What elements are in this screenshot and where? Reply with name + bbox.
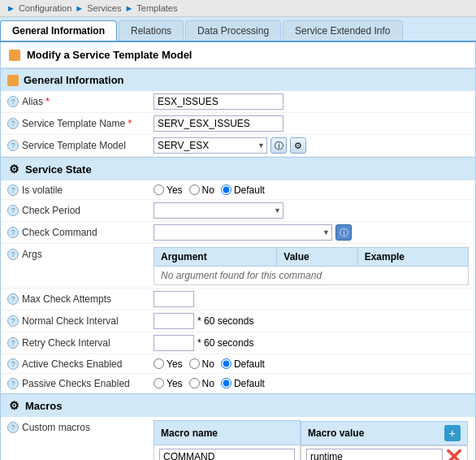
iv-no-option[interactable]: No [189,184,214,196]
pce-no-radio[interactable] [189,378,200,388]
iv-yes-option[interactable]: Yes [154,184,183,196]
custom-macros-row: ? Custom macros Macro name Macro value + [1,417,475,460]
section-service-state: ⚙ Service State [1,157,475,180]
cm-value: Macro name Macro value + [154,420,469,460]
is-volatile-row: ? Is volatile Yes No Default [1,180,475,200]
pce-yes-radio[interactable] [154,378,164,388]
args-empty-message: No argument found for this command [154,267,469,285]
iv-default-radio[interactable] [221,184,232,195]
max-check-attempts-row: ? Max Check Attempts [1,289,475,310]
general-icon [7,75,19,86]
mca-help-icon[interactable]: ? [7,293,19,305]
modify-icon [9,50,20,61]
ace-default[interactable]: Default [221,358,265,370]
tab-data-processing[interactable]: Data Processing [185,20,281,41]
rci-value: * 60 seconds [154,335,469,351]
pce-no[interactable]: No [189,378,214,389]
alias-label-text: Alias * [22,96,50,107]
ace-value: Yes No Default [154,358,469,370]
args-col-argument: Argument [154,248,277,267]
alias-required: * [45,96,50,107]
mca-value [154,291,469,307]
cc-info-btn[interactable]: ⓘ [335,224,352,241]
section-general: General Information [1,68,475,91]
pce-default-radio[interactable] [221,378,232,388]
nci-input[interactable] [154,313,194,329]
macro-name-input-0[interactable] [159,449,295,461]
rci-help-icon[interactable]: ? [7,337,19,349]
cp-label-text: Check Period [22,205,80,216]
service-state-icon: ⚙ [7,163,20,176]
cp-help-icon[interactable]: ? [7,205,19,216]
ace-help-icon[interactable]: ? [7,358,19,370]
breadcrumb-templates[interactable]: Templates [136,3,177,13]
breadcrumb-services[interactable]: Services [87,3,121,13]
ace-label-text: Active Checks Enabled [22,358,122,370]
tab-service-extended-info[interactable]: Service Extended Info [283,20,402,41]
stm-select[interactable]: SERV_ESX [154,137,267,154]
iv-help-icon[interactable]: ? [7,184,19,196]
ace-yes-radio[interactable] [154,358,164,369]
args-col-example: Example [357,248,468,267]
iv-default-option[interactable]: Default [221,184,265,196]
macro-delete-btn-0[interactable]: ❌ [446,449,462,460]
stn-help-icon[interactable]: ? [7,118,19,129]
cm-help-icon[interactable]: ? [7,422,19,433]
check-command-select[interactable] [154,224,332,241]
pce-yes[interactable]: Yes [154,378,183,389]
cc-select-wrapper: ▼ [154,224,332,241]
ace-yes[interactable]: Yes [154,358,183,370]
tab-bar: General Information Relations Data Proce… [0,17,476,42]
args-table: Argument Value Example No argument found… [154,247,469,285]
args-row: ? Args Argument Value Example No argumen… [1,244,475,289]
check-period-label: ? Check Period [7,205,154,216]
iv-no-radio[interactable] [189,184,200,195]
stn-value [154,115,469,132]
nci-help-icon[interactable]: ? [7,315,19,327]
ace-no-radio[interactable] [189,358,200,369]
rci-label-text: Retry Check Interval [22,337,110,349]
macro-value-cell-0: ❌ [301,445,468,461]
service-state-label: Service State [25,163,92,176]
rci-input[interactable] [154,335,194,351]
service-template-name-input[interactable] [154,115,283,132]
alias-help-icon[interactable]: ? [7,96,19,107]
is-volatile-label: ? Is volatile [7,184,154,196]
tab-relations[interactable]: Relations [119,20,184,41]
cc-help-icon[interactable]: ? [7,227,19,238]
stm-info-btn[interactable]: ⓘ [270,137,287,154]
macro-value-input-0[interactable] [306,449,443,461]
ace-no[interactable]: No [189,358,214,370]
breadcrumb-sep2: ► [124,3,133,13]
iv-yes-radio[interactable] [154,184,164,195]
pce-default[interactable]: Default [221,378,265,389]
check-period-row: ? Check Period ▼ [1,200,475,222]
stm-help-icon[interactable]: ? [7,140,19,151]
pce-help-icon[interactable]: ? [7,378,19,389]
stm-value: SERV_ESX ▼ ⓘ ⚙ [154,137,469,154]
cm-label: ? Custom macros [7,420,154,433]
check-period-select[interactable] [154,202,283,219]
tab-service-configuration[interactable]: General Information [0,20,117,41]
args-value: Argument Value Example No argument found… [154,247,469,285]
macros-icon: ⚙ [7,399,20,412]
nci-label: ? Normal Check Interval [7,315,154,327]
args-help-icon[interactable]: ? [7,249,19,260]
stm-label: ? Service Template Model [7,140,154,151]
pce-label-text: Passive Checks Enabled [22,378,130,389]
cp-select-wrapper: ▼ [154,202,283,219]
ace-label: ? Active Checks Enabled [7,358,154,370]
alias-input[interactable] [154,93,283,110]
mca-label-text: Max Check Attempts [22,293,111,305]
stm-select-wrapper: SERV_ESX ▼ [154,137,267,154]
add-macro-button[interactable]: + [444,425,461,441]
iv-label-text: Is volatile [22,184,63,196]
stm-settings-btn[interactable]: ⚙ [290,137,306,154]
service-template-name-row: ? Service Template Name * [1,113,475,135]
macro-col-value: Macro value + [301,421,468,445]
breadcrumb-configuration[interactable]: Configuration [19,3,71,13]
ace-default-radio[interactable] [221,358,232,369]
is-volatile-value: Yes No Default [154,184,469,196]
cc-label-text: Check Command [22,227,97,238]
mca-input[interactable] [154,291,194,307]
